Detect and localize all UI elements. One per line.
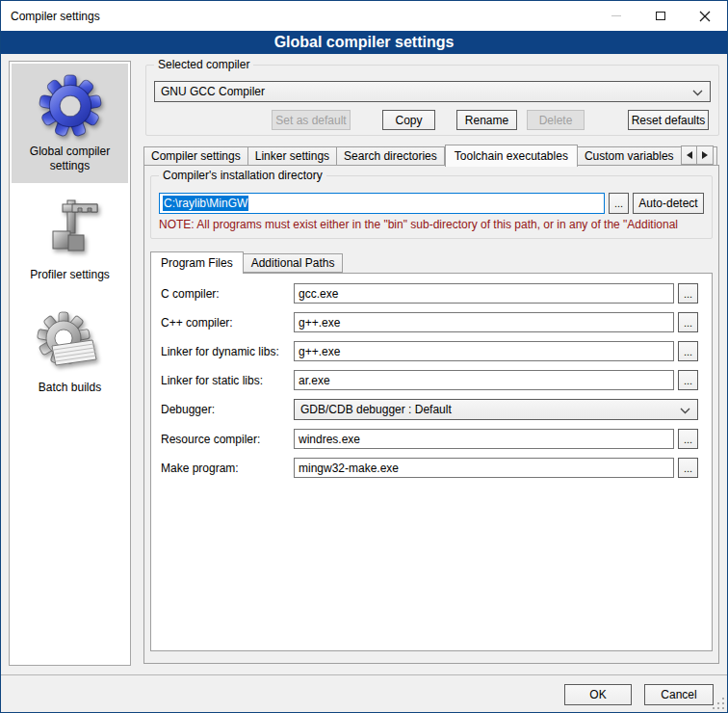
footer-divider <box>1 674 727 675</box>
blue-gear-icon-wrap <box>13 71 126 141</box>
rename-button[interactable]: Rename <box>456 110 517 130</box>
selected-text: C:\raylib\MinGW <box>163 196 248 211</box>
resource-compiler-input[interactable] <box>294 429 674 449</box>
toolchain-executables-page: Compiler's installation directory C:\ray… <box>143 165 719 664</box>
tab-label: Toolchain executables <box>455 149 568 163</box>
ellipsis-icon: ... <box>614 198 623 209</box>
gray-gear-papers-icon-wrap <box>13 307 126 377</box>
minimize-button[interactable] <box>594 1 638 31</box>
installation-directory-row: C:\raylib\MinGW ... Auto-detect <box>159 193 704 214</box>
tab-additional-paths[interactable]: Additional Paths <box>244 253 344 273</box>
settings-sidebar: Global compiler settings <box>9 61 131 666</box>
browse-directory-button[interactable]: ... <box>609 193 629 214</box>
make-program-input[interactable] <box>294 458 674 478</box>
field-label: Resource compiler: <box>161 433 294 446</box>
ellipsis-icon: ... <box>684 346 692 357</box>
maximize-button[interactable] <box>638 1 683 31</box>
linker-static-input[interactable] <box>294 370 674 390</box>
program-files-page: C compiler: ... C++ compiler: ... <box>150 273 713 651</box>
field-label: C++ compiler: <box>161 316 294 330</box>
ellipsis-icon: ... <box>684 317 692 329</box>
ok-button[interactable]: OK <box>564 684 632 705</box>
field-label: C compiler: <box>161 287 294 301</box>
installation-note: NOTE: All programs must exist either in … <box>159 218 711 231</box>
tab-program-files[interactable]: Program Files <box>150 251 244 274</box>
field-row-linker-static: Linker for static libs: ... <box>161 370 698 390</box>
dialog-banner: Global compiler settings <box>1 31 727 54</box>
tab-search-directories[interactable]: Search directories <box>337 146 445 166</box>
tab-label: Custom variables <box>585 149 674 163</box>
selected-compiler-group: Selected compiler GNU GCC Compiler Set a… <box>145 65 719 136</box>
set-as-default-button: Set as default <box>272 110 351 130</box>
cpp-compiler-browse-button[interactable]: ... <box>678 312 698 332</box>
compiler-select[interactable]: GNU GCC Compiler <box>154 81 711 102</box>
field-label: Debugger: <box>161 403 294 416</box>
tab-scroll-buttons <box>681 145 714 165</box>
sidebar-item-label: Global compiler settings <box>13 145 126 173</box>
copy-button[interactable]: Copy <box>382 110 435 130</box>
sidebar-item-global-compiler-settings[interactable]: Global compiler settings <box>12 64 128 183</box>
sidebar-item-profiler-settings[interactable]: Profiler settings <box>12 187 128 292</box>
button-label: Rename <box>465 114 508 127</box>
button-label: Reset defaults <box>632 114 706 127</box>
field-row-make-program: Make program: ... <box>161 458 698 478</box>
close-button[interactable] <box>683 1 727 31</box>
installation-directory-input[interactable]: C:\raylib\MinGW <box>159 193 605 214</box>
tab-compiler-settings[interactable]: Compiler settings <box>143 146 248 166</box>
c-compiler-browse-button[interactable]: ... <box>678 283 698 304</box>
tab-label: Search directories <box>344 149 437 163</box>
resource-compiler-browse-button[interactable]: ... <box>678 429 698 449</box>
field-row-cpp-compiler: C++ compiler: ... <box>161 312 698 332</box>
linker-static-browse-button[interactable]: ... <box>678 370 698 390</box>
tab-toolchain-executables[interactable]: Toolchain executables <box>445 145 578 167</box>
cancel-button[interactable]: Cancel <box>644 684 714 705</box>
main-panel: Selected compiler GNU GCC Compiler Set a… <box>138 61 721 666</box>
compiler-settings-dialog: Compiler settings Global compiler settin… <box>0 0 728 713</box>
chevron-down-icon <box>692 90 703 96</box>
close-icon <box>699 11 711 22</box>
ellipsis-icon: ... <box>684 462 692 474</box>
field-label: Make program: <box>161 462 294 475</box>
tab-linker-settings[interactable]: Linker settings <box>248 146 337 166</box>
sidebar-item-batch-builds[interactable]: Batch builds <box>12 300 128 405</box>
tab-scroll-right-button[interactable] <box>697 145 714 165</box>
linker-dynamic-browse-button[interactable]: ... <box>678 341 698 361</box>
ellipsis-icon: ... <box>684 375 692 386</box>
tab-custom-variables[interactable]: Custom variables <box>578 146 682 166</box>
field-row-resource-compiler: Resource compiler: ... <box>161 429 698 449</box>
page-title: Global compiler settings <box>274 34 455 51</box>
main-tabstrip: Compiler settings Linker settings Search… <box>143 144 721 166</box>
program-files-tabstrip: Program Files Additional Paths <box>150 251 713 273</box>
field-row-linker-dynamic: Linker for dynamic libs: ... <box>161 341 698 361</box>
button-label: Delete <box>539 114 573 127</box>
field-row-c-compiler: C compiler: ... <box>161 283 698 304</box>
compiler-buttons-row: Set as default Copy Rename Delete Reset … <box>146 110 718 130</box>
cpp-compiler-input[interactable] <box>294 312 674 332</box>
debugger-select-value: GDB/CDB debugger : Default <box>300 403 452 416</box>
scroll-left-icon <box>687 151 692 159</box>
dialog-body: Global compiler settings <box>1 54 727 712</box>
installation-directory-group: Compiler's installation directory C:\ray… <box>150 175 713 239</box>
titlebar: Compiler settings <box>1 1 727 31</box>
field-row-debugger: Debugger: GDB/CDB debugger : Default <box>161 399 698 420</box>
compiler-select-value: GNU GCC Compiler <box>161 85 265 98</box>
tab-scroll-left-button[interactable] <box>681 145 697 165</box>
auto-detect-button[interactable]: Auto-detect <box>633 193 704 214</box>
button-label: Copy <box>395 114 422 127</box>
group-label: Selected compiler <box>154 58 253 71</box>
button-label: OK <box>589 688 606 701</box>
c-compiler-input[interactable] <box>294 283 674 304</box>
field-label: Linker for static libs: <box>161 374 294 387</box>
group-label: Compiler's installation directory <box>159 169 326 182</box>
button-label: Cancel <box>661 688 696 701</box>
linker-dynamic-input[interactable] <box>294 341 674 361</box>
debugger-select[interactable]: GDB/CDB debugger : Default <box>294 399 698 420</box>
program-files-notebook: Program Files Additional Paths C compile… <box>150 251 713 651</box>
reset-defaults-button[interactable]: Reset defaults <box>628 110 709 130</box>
blue-gear-icon <box>39 74 102 138</box>
resize-grip[interactable] <box>713 698 725 710</box>
scroll-right-icon <box>702 151 708 159</box>
make-program-browse-button[interactable]: ... <box>678 458 698 478</box>
maximize-icon <box>656 12 665 20</box>
ellipsis-icon: ... <box>684 288 692 300</box>
